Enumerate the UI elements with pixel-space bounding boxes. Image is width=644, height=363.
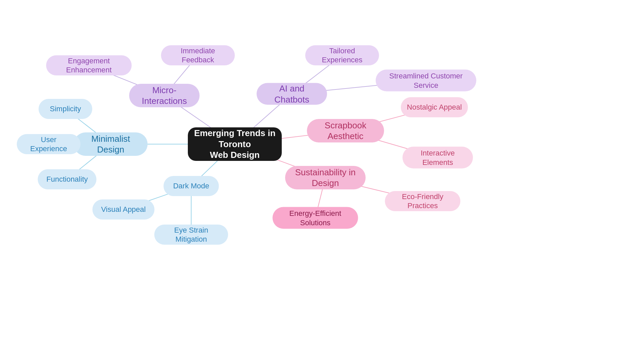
node-label-functionality: Functionality: [46, 175, 88, 184]
mindmap-node-tailored-experiences[interactable]: Tailored Experiences: [305, 45, 379, 65]
node-label-eco-friendly: Eco-Friendly Practices: [391, 192, 454, 210]
node-label-scrapbook: Scrapbook Aesthetic: [313, 120, 378, 142]
node-label-minimalist: Minimalist Design: [80, 133, 142, 155]
mindmap-node-nostalgic-appeal[interactable]: Nostalgic Appeal: [401, 97, 468, 117]
mindmap-node-simplicity[interactable]: Simplicity: [39, 99, 92, 119]
node-label-user-experience: User Experience: [23, 135, 74, 154]
node-label-simplicity: Simplicity: [50, 104, 81, 114]
node-label-nostalgic-appeal: Nostalgic Appeal: [407, 103, 462, 112]
mindmap-node-eco-friendly[interactable]: Eco-Friendly Practices: [385, 191, 461, 211]
mindmap-node-interactive-elements[interactable]: Interactive Elements: [402, 147, 473, 169]
mindmap-node-center[interactable]: Emerging Trends in Toronto Web Design: [188, 127, 282, 161]
node-label-energy-efficient: Energy-Efficient Solutions: [279, 209, 352, 227]
node-label-ai-chatbots: AI and Chatbots: [263, 83, 321, 105]
mindmap-node-eye-strain[interactable]: Eye Strain Mitigation: [154, 225, 228, 245]
mindmap-node-minimalist[interactable]: Minimalist Design: [74, 132, 148, 156]
mindmap-node-scrapbook[interactable]: Scrapbook Aesthetic: [307, 119, 384, 142]
mindmap-node-user-experience[interactable]: User Experience: [17, 134, 80, 154]
node-label-dark-mode: Dark Mode: [173, 181, 209, 191]
node-label-center: Emerging Trends in Toronto Web Design: [194, 128, 276, 161]
node-label-engagement-enhancement: Engagement Enhancement: [52, 56, 126, 75]
mindmap-node-visual-appeal[interactable]: Visual Appeal: [93, 199, 155, 220]
node-label-immediate-feedback: Immediate Feedback: [167, 46, 229, 65]
mindmap-node-streamlined-customer[interactable]: Streamlined Customer Service: [376, 70, 476, 92]
node-label-eye-strain: Eye Strain Mitigation: [160, 226, 222, 244]
mindmap-node-ai-chatbots[interactable]: AI and Chatbots: [257, 83, 327, 105]
mindmap-node-sustainability[interactable]: Sustainability in Design: [285, 166, 366, 189]
mindmap-node-immediate-feedback[interactable]: Immediate Feedback: [161, 45, 235, 65]
node-label-streamlined-customer: Streamlined Customer Service: [382, 71, 470, 90]
mindmap-node-engagement-enhancement[interactable]: Engagement Enhancement: [46, 55, 132, 75]
node-label-sustainability: Sustainability in Design: [291, 167, 360, 189]
mindmap-node-functionality[interactable]: Functionality: [38, 169, 97, 189]
mindmap-node-energy-efficient[interactable]: Energy-Efficient Solutions: [273, 207, 358, 229]
mindmap-node-micro-interactions[interactable]: Micro-Interactions: [129, 84, 200, 107]
node-label-micro-interactions: Micro-Interactions: [135, 85, 194, 107]
node-label-tailored-experiences: Tailored Experiences: [311, 46, 373, 65]
node-label-visual-appeal: Visual Appeal: [101, 205, 146, 214]
node-label-interactive-elements: Interactive Elements: [409, 148, 467, 167]
mindmap-node-dark-mode[interactable]: Dark Mode: [164, 176, 219, 196]
